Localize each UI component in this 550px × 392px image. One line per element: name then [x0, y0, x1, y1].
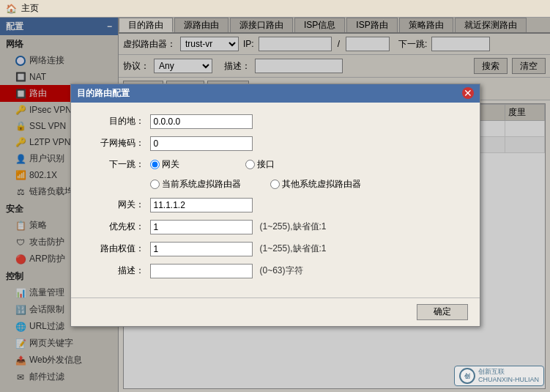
radio-gateway-option[interactable]: 网关 — [150, 158, 179, 171]
gateway-label: 网关： — [86, 199, 144, 211]
radio-iface[interactable] — [245, 160, 255, 169]
desc-input[interactable] — [150, 264, 253, 278]
dialog: 目的路由配置 ✕ 目的地： 子网掩码： 下一跳： — [70, 84, 480, 327]
radio-other-vr[interactable] — [270, 180, 280, 189]
dest-label: 目的地： — [86, 115, 144, 127]
desc-hint: (0~63)字符 — [260, 265, 303, 277]
radio-current-vr[interactable] — [150, 180, 160, 189]
nexthop-subrow: 当前系统虚拟路由器 其他系统虚拟路由器 — [86, 178, 465, 191]
header-title: 主页 — [21, 2, 39, 15]
iface-radio-label: 接口 — [257, 158, 275, 171]
nexthop-options: 网关 接口 — [150, 158, 275, 171]
gateway-input[interactable] — [150, 198, 253, 212]
desc-label: 描述： — [86, 265, 144, 277]
current-vr-label: 当前系统虚拟路由器 — [162, 178, 241, 191]
dialog-titlebar: 目的路由配置 ✕ — [71, 84, 480, 103]
watermark-circle: 创 — [459, 368, 475, 384]
nexthop-row: 下一跳： 网关 接口 — [86, 158, 465, 171]
dialog-close-button[interactable]: ✕ — [462, 87, 474, 99]
mask-label: 子网掩码： — [86, 137, 144, 149]
mask-input[interactable] — [150, 136, 253, 151]
dest-row: 目的地： — [86, 114, 465, 129]
home-icon: 🏠 — [6, 4, 17, 14]
gateway-radio-label: 网关 — [162, 158, 179, 171]
header: 🏠 主页 — [0, 0, 550, 18]
priority-label: 优先权： — [86, 221, 144, 233]
watermark-text: 创新互联CHUANXIN-HULIAN — [478, 368, 539, 384]
priority-input[interactable] — [150, 220, 253, 234]
radio-current-vr-option[interactable]: 当前系统虚拟路由器 — [150, 178, 241, 191]
dialog-body: 目的地： 子网掩码： 下一跳： 网关 — [71, 103, 480, 297]
radio-other-vr-option[interactable]: 其他系统虚拟路由器 — [270, 178, 361, 191]
priority-row: 优先权： (1~255),缺省值:1 — [86, 220, 465, 234]
dialog-footer: 确定 — [71, 297, 480, 326]
route-weight-hint: (1~255),缺省值:1 — [260, 243, 327, 255]
gateway-row: 网关： — [86, 198, 465, 212]
dialog-title: 目的路由配置 — [77, 87, 130, 100]
desc-row: 描述： (0~63)字符 — [86, 264, 465, 278]
mask-row: 子网掩码： — [86, 136, 465, 151]
dest-input[interactable] — [150, 114, 253, 129]
route-weight-input[interactable] — [150, 242, 253, 256]
route-weight-label: 路由权值： — [86, 243, 144, 255]
radio-iface-option[interactable]: 接口 — [245, 158, 275, 171]
radio-gateway[interactable] — [150, 160, 160, 169]
nexthop-label: 下一跳： — [86, 158, 144, 171]
priority-hint: (1~255),缺省值:1 — [260, 221, 327, 233]
dialog-overlay: 目的路由配置 ✕ 目的地： 子网掩码： 下一跳： — [0, 18, 550, 392]
route-weight-row: 路由权值： (1~255),缺省值:1 — [86, 242, 465, 256]
watermark: 创 创新互联CHUANXIN-HULIAN — [454, 366, 544, 386]
ok-button[interactable]: 确定 — [417, 304, 468, 320]
other-vr-label: 其他系统虚拟路由器 — [282, 178, 361, 191]
